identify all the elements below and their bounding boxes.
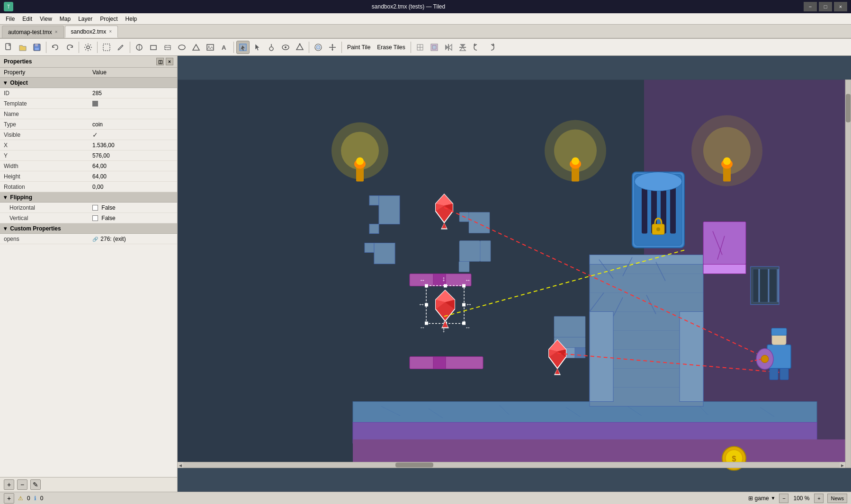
props-scroll[interactable]: Property Value ▾ Object ID 285 <box>0 68 177 477</box>
section-custom-props[interactable]: ▾ Custom Properties <box>0 223 177 234</box>
tab-sandbox[interactable]: sandbox2.tmx × <box>65 26 118 38</box>
menu-edit[interactable]: Edit <box>18 15 36 23</box>
menu-map[interactable]: Map <box>56 15 74 23</box>
wand-button[interactable] <box>312 41 325 54</box>
svg-rect-40 <box>353 402 817 423</box>
svg-rect-57 <box>379 196 400 224</box>
prop-vertical-value[interactable]: False <box>89 213 177 223</box>
tab-automap-close[interactable]: × <box>55 29 58 35</box>
image-tool[interactable] <box>204 41 217 54</box>
new-button[interactable] <box>2 41 15 54</box>
minimize-button[interactable]: − <box>804 2 817 11</box>
svg-rect-2 <box>35 44 38 46</box>
paint-tile-label: Paint Tile <box>344 44 373 51</box>
cursor-plain-tool[interactable] <box>251 41 264 54</box>
svg-rect-56 <box>369 196 379 205</box>
section-flipping[interactable]: ▾ Flipping <box>0 192 177 203</box>
prop-row-name: Name <box>0 109 177 119</box>
open-button[interactable] <box>16 41 29 54</box>
settings-button[interactable] <box>81 41 95 54</box>
prop-name-value[interactable] <box>89 109 177 119</box>
prop-row-template: Template <box>0 98 177 109</box>
layer-btn-1[interactable] <box>413 41 427 54</box>
section-flipping-toggle[interactable]: ▾ <box>4 194 7 201</box>
prop-type-value[interactable]: coin <box>89 119 177 130</box>
ellipse-tool[interactable] <box>175 41 188 54</box>
prop-width-value[interactable]: 64,00 <box>89 161 177 171</box>
prop-template-value <box>89 98 177 109</box>
canvas-area[interactable]: ↕ ↔ ↔ ↕ ↔ ↔ ↔ ↔ <box>178 56 851 492</box>
menu-layer[interactable]: Layer <box>74 15 96 23</box>
opens-icon: 🔗 <box>92 237 98 242</box>
zoom-out-btn[interactable]: − <box>779 494 788 503</box>
close-button[interactable]: × <box>834 2 847 11</box>
tab-sandbox-label: sandbox2.tmx <box>71 28 107 35</box>
layer-selector[interactable]: ⊞ game ▼ <box>748 495 776 502</box>
panel-controls: ◫ × <box>156 58 173 65</box>
vertical-checkbox[interactable] <box>92 215 98 221</box>
rectangle-tool[interactable] <box>147 41 160 54</box>
add-property-btn[interactable]: + <box>4 479 14 490</box>
expand-button[interactable] <box>326 41 339 54</box>
prop-y-value[interactable]: 576,00 <box>89 150 177 161</box>
add-status-btn[interactable]: + <box>4 493 14 504</box>
panel-close-btn[interactable]: × <box>166 58 173 65</box>
prop-row-opens: opens 🔗 276: (exit) <box>0 234 177 244</box>
save-button[interactable] <box>30 41 44 54</box>
title-bar: T sandbox2.tmx (tests) — Tiled − □ × <box>0 0 851 13</box>
prop-height-value[interactable]: 64,00 <box>89 171 177 182</box>
menu-project[interactable]: Project <box>96 15 121 23</box>
panel-undock-btn[interactable]: ◫ <box>156 58 164 65</box>
redo-button[interactable] <box>63 41 76 54</box>
svg-rect-119 <box>425 284 428 288</box>
news-button[interactable]: News <box>827 494 847 503</box>
tab-sandbox-close[interactable]: × <box>109 29 112 34</box>
maximize-button[interactable]: □ <box>819 2 832 11</box>
edit-button[interactable] <box>114 41 127 54</box>
rot-ccw-btn[interactable] <box>470 41 484 54</box>
erase-button[interactable] <box>161 41 174 54</box>
prop-opens-name: opens <box>0 234 89 244</box>
prop-horizontal-value[interactable]: False <box>89 203 177 213</box>
svg-text:↔: ↔ <box>465 324 471 331</box>
remove-property-btn[interactable]: − <box>17 479 27 490</box>
rot-cw-btn[interactable] <box>484 41 498 54</box>
layer-btn-2[interactable] <box>428 41 441 54</box>
flip-h-btn[interactable] <box>442 41 455 54</box>
flip-v-btn[interactable] <box>456 41 469 54</box>
prop-rotation-value[interactable]: 0,00 <box>89 182 177 192</box>
svg-point-93 <box>356 158 364 165</box>
edit-property-btn[interactable]: ✎ <box>30 479 41 490</box>
svg-rect-31 <box>432 45 436 49</box>
separator-2 <box>79 42 79 53</box>
section-object[interactable]: ▾ Object <box>0 78 177 88</box>
zoom-in-btn[interactable]: + <box>814 494 824 503</box>
polygon2-tool[interactable] <box>293 41 306 54</box>
svg-rect-105 <box>480 241 491 262</box>
window-title: sandbox2.tmx (tests) — Tiled <box>13 3 804 10</box>
section-object-toggle[interactable]: ▾ <box>4 80 7 86</box>
error-count: 0 <box>27 495 30 502</box>
menu-file[interactable]: File <box>2 15 18 23</box>
prop-x-value[interactable]: 1.536,00 <box>89 140 177 150</box>
select-button[interactable] <box>100 41 113 54</box>
horizontal-checkbox[interactable] <box>92 205 98 211</box>
separator-7 <box>341 42 342 53</box>
svg-marker-37 <box>460 47 466 51</box>
point-tool[interactable] <box>265 41 278 54</box>
ellipse2-tool[interactable] <box>279 41 292 54</box>
prop-opens-value[interactable]: 🔗 276: (exit) <box>89 234 177 244</box>
tab-automap[interactable]: automap-test.tmx × <box>2 26 64 38</box>
cursor-tool[interactable] <box>236 41 250 54</box>
bucket-button[interactable] <box>133 41 146 54</box>
separator-4 <box>130 42 130 53</box>
undo-button[interactable] <box>49 41 62 54</box>
menu-view[interactable]: View <box>36 15 56 23</box>
text-tool[interactable]: A <box>218 41 231 54</box>
section-custom-toggle[interactable]: ▾ <box>4 225 7 232</box>
prop-visible-value[interactable]: ✓ <box>89 130 177 140</box>
layer-dropdown-icon[interactable]: ▼ <box>771 495 776 501</box>
menu-help[interactable]: Help <box>122 15 141 23</box>
triangle-tool[interactable] <box>189 41 203 54</box>
svg-rect-112 <box>469 212 490 233</box>
